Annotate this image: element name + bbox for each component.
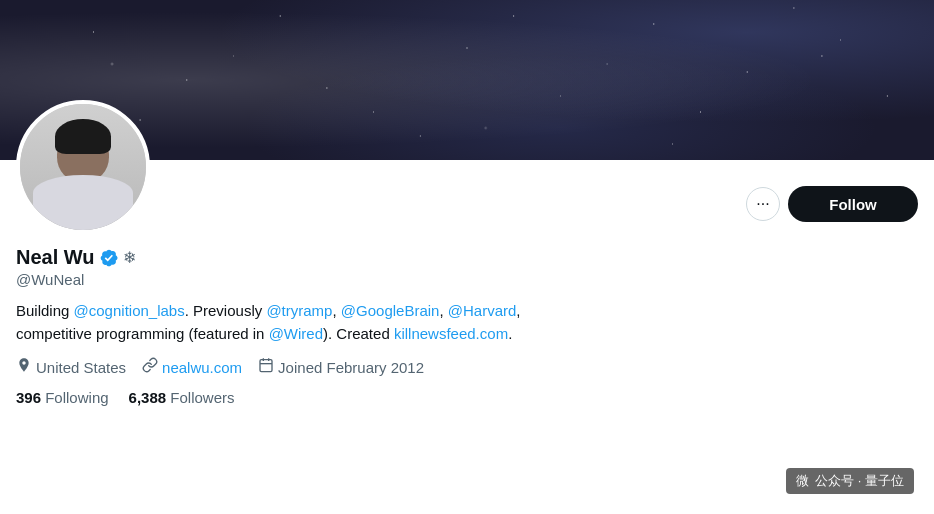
following-label-text: Following	[45, 389, 108, 406]
avatar-hair	[55, 119, 111, 154]
name-row: Neal Wu ❄	[16, 246, 918, 269]
location-meta: United States	[16, 357, 126, 377]
display-name: Neal Wu	[16, 246, 95, 269]
bio-link-tryramp[interactable]: @tryramp	[266, 302, 332, 319]
action-buttons: ··· Follow	[746, 186, 918, 234]
more-options-button[interactable]: ···	[746, 187, 780, 221]
calendar-icon	[258, 357, 274, 377]
link-icon	[142, 357, 158, 377]
bio-link-harvard[interactable]: @Harvard	[448, 302, 517, 319]
avatar-image	[20, 104, 146, 230]
bio-link-wired[interactable]: @Wired	[269, 325, 323, 342]
svg-rect-0	[260, 360, 272, 372]
location-text: United States	[36, 359, 126, 376]
following-stat[interactable]: 396 Following	[16, 389, 109, 406]
followers-stat[interactable]: 6,388 Followers	[129, 389, 235, 406]
bio-link-googlebrain[interactable]: @GoogleBrain	[341, 302, 440, 319]
following-count: 396	[16, 389, 41, 406]
metadata-row: United States nealwu.com Joined Februa	[16, 357, 918, 377]
stats-row: 396 Following 6,388 Followers	[16, 389, 918, 406]
watermark-text: 公众号 · 量子位	[815, 472, 904, 490]
avatar	[16, 100, 150, 234]
location-icon	[16, 357, 32, 377]
verified-badge-icon	[99, 248, 119, 268]
joined-text: Joined February 2012	[278, 359, 424, 376]
avatar-wrapper	[16, 100, 150, 234]
followers-count: 6,388	[129, 389, 167, 406]
bio-link-killnewsfeed[interactable]: killnewsfeed.com	[394, 325, 508, 342]
joined-meta: Joined February 2012	[258, 357, 424, 377]
followers-label-text: Followers	[170, 389, 234, 406]
avatar-action-row: ··· Follow	[16, 160, 918, 234]
profile-info: Neal Wu ❄ @WuNeal Building @cognition_la…	[0, 234, 934, 406]
badge-icon[interactable]: ❄	[123, 248, 136, 267]
website-link[interactable]: nealwu.com	[162, 359, 242, 376]
wechat-icon: 微	[796, 472, 809, 490]
profile-section: ··· Follow	[0, 160, 934, 234]
bio-link-cognition[interactable]: @cognition_labs	[74, 302, 185, 319]
watermark: 微 公众号 · 量子位	[786, 468, 914, 494]
website-meta[interactable]: nealwu.com	[142, 357, 242, 377]
username: @WuNeal	[16, 271, 918, 288]
more-dots-icon: ···	[756, 195, 769, 213]
bio: Building @cognition_labs. Previously @tr…	[16, 300, 918, 345]
follow-button[interactable]: Follow	[788, 186, 918, 222]
